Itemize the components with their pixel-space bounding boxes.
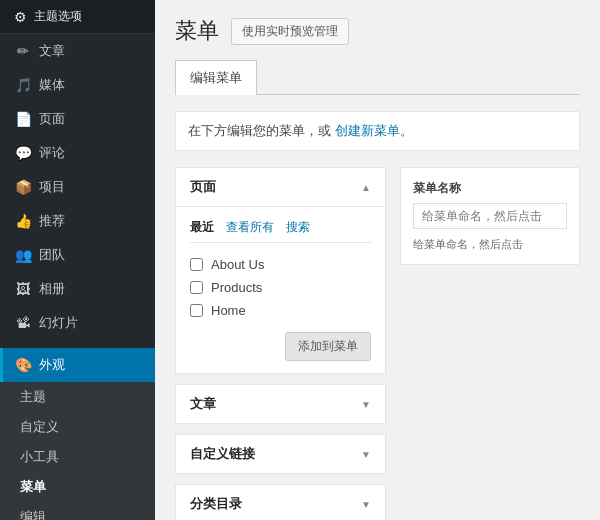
editor-label: 编辑 [20,509,46,520]
appearance-icon: 🎨 [15,357,31,373]
menu-name-hint: 给菜单命名，然后点击 [413,237,567,252]
sidebar-item-pages-label: 页面 [39,110,65,128]
pages-accordion: 页面 ▲ 最近 查看所有 搜索 About Us Produc [175,167,386,374]
sidebar-item-album[interactable]: 🖼 相册 [0,272,155,306]
sidebar-item-media-label: 媒体 [39,76,65,94]
main-content: 菜单 使用实时预览管理 编辑菜单 在下方编辑您的菜单，或 创建新菜单。 页面 ▲… [155,0,600,520]
page-item-home: Home [190,299,371,322]
sidebar-item-recommend[interactable]: 👍 推荐 [0,204,155,238]
sidebar-item-media[interactable]: 🎵 媒体 [0,68,155,102]
pages-accordion-title: 页面 [190,178,216,196]
sidebar-item-recommend-label: 推荐 [39,212,65,230]
menu-name-label: 菜单名称 [413,180,567,197]
comments-icon: 💬 [15,145,31,161]
album-icon: 🖼 [15,281,31,297]
appearance-submenu: 主题 自定义 小工具 菜单 编辑 [0,382,155,520]
sidebar-item-album-label: 相册 [39,280,65,298]
preview-button[interactable]: 使用实时预览管理 [231,18,349,45]
page-label-home: Home [211,303,246,318]
slides-icon: 📽 [15,315,31,331]
sidebar-item-widgets[interactable]: 小工具 [0,442,155,472]
custom-links-accordion-arrow: ▼ [361,449,371,460]
sidebar-item-comments-label: 评论 [39,144,65,162]
left-column: 页面 ▲ 最近 查看所有 搜索 About Us Produc [175,167,386,520]
menu-name-input[interactable] [413,203,567,229]
add-btn-row: 添加到菜单 [190,332,371,361]
two-column-layout: 页面 ▲ 最近 查看所有 搜索 About Us Produc [175,167,580,520]
page-title: 菜单 [175,16,219,46]
page-item-products: Products [190,276,371,299]
categories-accordion-header[interactable]: 分类目录 ▼ [176,485,385,520]
custom-links-accordion: 自定义链接 ▼ [175,434,386,474]
page-header: 菜单 使用实时预览管理 [175,16,580,46]
info-text-box: 在下方编辑您的菜单，或 创建新菜单。 [175,111,580,151]
sidebar: ⚙ 主题选项 ✏ 文章 🎵 媒体 📄 页面 💬 评论 📦 项目 👍 推荐 👥 团… [0,0,155,520]
sidebar-item-projects-label: 项目 [39,178,65,196]
sidebar-header-label: 主题选项 [34,8,82,25]
sidebar-item-comments[interactable]: 💬 评论 [0,136,155,170]
info-text-static: 在下方编辑您的菜单，或 [188,123,331,138]
page-label-products: Products [211,280,262,295]
page-item-about: About Us [190,253,371,276]
sidebar-item-posts[interactable]: ✏ 文章 [0,34,155,68]
pages-sub-tabs: 最近 查看所有 搜索 [190,219,371,243]
custom-links-accordion-title: 自定义链接 [190,445,255,463]
posts-accordion: 文章 ▼ [175,384,386,424]
projects-icon: 📦 [15,179,31,195]
sidebar-item-pages[interactable]: 📄 页面 [0,102,155,136]
customize-label: 自定义 [20,419,59,434]
recommend-icon: 👍 [15,213,31,229]
pages-accordion-body: 最近 查看所有 搜索 About Us Products Home [176,206,385,373]
menus-label: 菜单 [20,479,46,494]
menu-name-panel: 菜单名称 给菜单命名，然后点击 [400,167,580,265]
tab-search[interactable]: 搜索 [286,219,310,236]
page-checkbox-home[interactable] [190,304,203,317]
page-checkbox-products[interactable] [190,281,203,294]
themes-label: 主题 [20,389,46,404]
add-to-menu-button[interactable]: 添加到菜单 [285,332,371,361]
tabs-bar: 编辑菜单 [175,60,580,95]
tab-view-all[interactable]: 查看所有 [226,219,274,236]
widgets-label: 小工具 [20,449,59,464]
sidebar-header[interactable]: ⚙ 主题选项 [0,0,155,34]
posts-accordion-arrow: ▼ [361,399,371,410]
tab-recent[interactable]: 最近 [190,219,214,236]
sidebar-item-appearance-label: 外观 [39,356,65,374]
categories-accordion: 分类目录 ▼ [175,484,386,520]
categories-accordion-title: 分类目录 [190,495,242,513]
sidebar-item-themes[interactable]: 主题 [0,382,155,412]
posts-icon: ✏ [15,43,31,59]
page-label-about: About Us [211,257,264,272]
sidebar-item-team[interactable]: 👥 团队 [0,238,155,272]
page-checkbox-about[interactable] [190,258,203,271]
sidebar-item-slides-label: 幻灯片 [39,314,78,332]
sidebar-item-appearance[interactable]: 🎨 外观 [0,348,155,382]
custom-links-accordion-header[interactable]: 自定义链接 ▼ [176,435,385,473]
tab-edit-menu[interactable]: 编辑菜单 [175,60,257,95]
posts-accordion-header[interactable]: 文章 ▼ [176,385,385,423]
categories-accordion-arrow: ▼ [361,499,371,510]
create-new-menu-link[interactable]: 创建新菜单。 [335,123,413,138]
media-icon: 🎵 [15,77,31,93]
settings-icon: ⚙ [12,9,28,25]
sidebar-item-customize[interactable]: 自定义 [0,412,155,442]
pages-accordion-header[interactable]: 页面 ▲ [176,168,385,206]
sidebar-item-slides[interactable]: 📽 幻灯片 [0,306,155,340]
team-icon: 👥 [15,247,31,263]
sidebar-item-projects[interactable]: 📦 项目 [0,170,155,204]
sidebar-item-posts-label: 文章 [39,42,65,60]
sidebar-item-editor[interactable]: 编辑 [0,502,155,520]
sidebar-item-team-label: 团队 [39,246,65,264]
right-column: 菜单名称 给菜单命名，然后点击 [400,167,580,520]
pages-icon: 📄 [15,111,31,127]
sidebar-item-menus[interactable]: 菜单 [0,472,155,502]
posts-accordion-title: 文章 [190,395,216,413]
pages-accordion-arrow: ▲ [361,182,371,193]
